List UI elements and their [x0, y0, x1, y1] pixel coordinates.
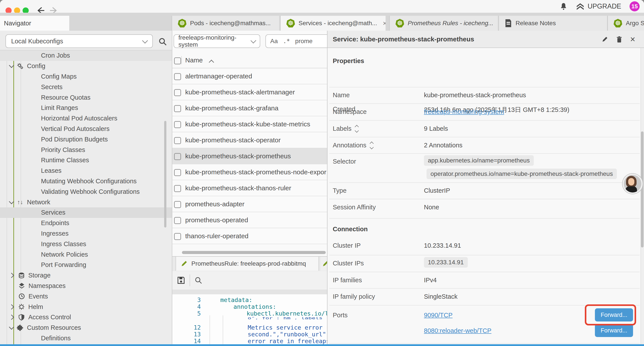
sidebar-item-pod-disruption-budgets[interactable]: Pod Disruption Budgets	[0, 134, 172, 145]
kubeconfig-dropdown[interactable]: Local Kubeconfigs	[6, 34, 153, 48]
table-row[interactable]: kube-prometheus-stack-prometheus-node-ex…	[172, 164, 327, 180]
tab-release-notes[interactable]: Release Notes	[498, 16, 607, 31]
table-row[interactable]: alertmanager-operated	[172, 68, 327, 84]
sidebar-item-vertical-pod-autoscalers[interactable]: Vertical Pod Autoscalers	[0, 124, 172, 134]
horizontal-scrollbar[interactable]	[182, 251, 326, 254]
sidebar-item-mutating-webhook-configurations[interactable]: Mutating Webhook Configurations	[0, 176, 172, 187]
helm-wheel-icon	[18, 303, 25, 311]
editor-tab-row: PrometheusRule: freeleaps-prod-rabbitmq	[172, 257, 327, 272]
code-line: 14 error rate in freeleaps metrics ser	[172, 338, 327, 345]
upgrade-button[interactable]: UPGRADE	[576, 2, 621, 11]
table-row[interactable]: kube-prometheus-stack-grafana	[172, 100, 327, 116]
tab-argo[interactable]: ☸ Argo Se	[608, 16, 644, 31]
sort-ascending-icon[interactable]	[209, 59, 214, 65]
table-row[interactable]: thanos-ruler-operated	[172, 228, 327, 244]
sidebar-item-resource-quotas[interactable]: Resource Quotas	[0, 92, 172, 103]
sidebar-item-ingresses[interactable]: Ingresses	[0, 228, 172, 239]
row-checkbox[interactable]	[174, 137, 181, 144]
bell-icon[interactable]	[560, 2, 568, 10]
sidebar-group-custom-resources[interactable]: Custom Resources	[0, 323, 172, 333]
row-checkbox[interactable]	[174, 201, 181, 208]
sidebar-item-priority-classes[interactable]: Priority Classes	[0, 145, 172, 155]
select-all-checkbox[interactable]	[174, 57, 181, 64]
sidebar-item-ingress-classes[interactable]: Ingress Classes	[0, 239, 172, 249]
table-row[interactable]: prometheus-adapter	[172, 196, 327, 212]
editor-search-icon[interactable]	[194, 276, 202, 284]
namespace-link[interactable]: freeleaps-monitoring-system	[424, 108, 504, 115]
upgrade-label: UPGRADE	[588, 2, 621, 10]
row-checkbox[interactable]	[174, 153, 181, 160]
row-checkbox[interactable]	[174, 169, 181, 176]
port-link-8080[interactable]: 8080:reloader-web/TCP	[424, 327, 492, 335]
list-search-input[interactable]: Aa .* prome	[266, 34, 327, 48]
sidebar-group-network[interactable]: ↑↓ Network	[0, 197, 172, 207]
editor-tab-partial[interactable]	[320, 257, 327, 271]
row-checkbox[interactable]	[174, 185, 181, 192]
delete-icon[interactable]	[616, 36, 623, 43]
edit-icon[interactable]	[601, 36, 608, 43]
sidebar-item-services[interactable]: Services	[0, 207, 172, 218]
column-header-name[interactable]: Name	[185, 56, 203, 64]
yaml-editor[interactable]: 3 metadata: 4 annotations: 5 kubectl.kub…	[172, 294, 327, 346]
sidebar-search-icon[interactable]	[158, 37, 167, 46]
divider	[329, 343, 640, 344]
sidebar-item-namespaces[interactable]: Namespaces	[0, 281, 172, 291]
expand-collapse-icon[interactable]	[370, 142, 373, 149]
row-checkbox[interactable]	[174, 217, 181, 224]
regex-toggle[interactable]: .*	[283, 38, 290, 44]
sidebar-item-port-forwarding[interactable]: Port Forwarding	[0, 260, 172, 270]
divider	[329, 218, 640, 219]
sidebar-item-limit-ranges[interactable]: Limit Ranges	[0, 103, 172, 113]
forward-button-8080[interactable]: Forward...	[595, 324, 633, 337]
sidebar-group-helm[interactable]: Helm	[0, 302, 172, 312]
sidebar-item-horizontal-pod-autoscalers[interactable]: Horizontal Pod Autoscalers	[0, 113, 172, 124]
sidebar-group-storage[interactable]: Storage	[0, 270, 172, 281]
code-line: 5 kubectl.kubernetes.io/last-applied-co	[172, 310, 327, 317]
row-checkbox[interactable]	[174, 89, 181, 96]
namespace-dropdown[interactable]: freeleaps-monitoring-system	[174, 34, 260, 48]
row-checkbox[interactable]	[174, 73, 181, 80]
sidebar-item-validating-webhook-configurations[interactable]: Validating Webhook Configurations	[0, 186, 172, 197]
detail-scrollbar-thumb[interactable]	[641, 131, 644, 248]
connection-heading: Connection	[333, 226, 368, 233]
table-row[interactable]: kube-prometheus-stack-kube-state-metrics	[172, 116, 327, 132]
table-row[interactable]: prometheus-operated	[172, 212, 327, 228]
editor-tab-prometheusrule[interactable]: PrometheusRule: freeleaps-prod-rabbitmq	[176, 257, 319, 271]
sidebar-item-definitions[interactable]: Definitions	[0, 333, 172, 344]
close-panel-icon[interactable]: ×	[630, 34, 635, 44]
sidebar-item-config-maps[interactable]: Config Maps	[0, 71, 172, 82]
sidebar-item-events[interactable]: Events	[0, 291, 172, 302]
sidebar-item-leases[interactable]: Leases	[0, 166, 172, 176]
table-row-selected[interactable]: kube-prometheus-stack-prometheus	[172, 148, 327, 164]
sidebar-item-secrets[interactable]: Secrets	[0, 82, 172, 92]
annotation-highlight-box	[585, 304, 636, 326]
sidebar-scrollbar[interactable]	[164, 121, 166, 228]
chevron-down-icon	[9, 325, 14, 330]
expand-collapse-icon[interactable]	[355, 125, 358, 132]
navigator-sidebar: Local Kubeconfigs Cron Jobs Config Confi…	[0, 31, 172, 346]
save-icon[interactable]	[177, 276, 185, 285]
table-row[interactable]: kube-prometheus-stack-operator	[172, 132, 327, 148]
table-row[interactable]: kube-prometheus-stack-thanos-ruler	[172, 180, 327, 196]
user-avatar[interactable]	[622, 174, 643, 194]
divider	[329, 103, 640, 104]
row-checkbox[interactable]	[174, 105, 181, 112]
table-row[interactable]: kube-prometheus-stack-alertmanager	[172, 84, 327, 100]
notification-badge[interactable]: 15	[630, 1, 640, 11]
tab-services[interactable]: ☸ Services - icecheng@math... ×	[280, 16, 386, 31]
row-checkbox[interactable]	[174, 121, 181, 128]
navigator-panel-tab[interactable]: Navigator	[0, 16, 69, 31]
row-checkbox[interactable]	[174, 233, 181, 240]
match-case-toggle[interactable]: Aa	[270, 38, 278, 45]
tab-pods[interactable]: ☸ Pods - icecheng@mathmas...	[172, 16, 279, 31]
sidebar-item-endpoints[interactable]: Endpoints	[0, 218, 172, 228]
code-line-partial: o", for : hm , labels :{ service :	[172, 317, 327, 320]
port-link-9090[interactable]: 9090/TCP	[424, 312, 453, 319]
sidebar-item-cron-jobs[interactable]: Cron Jobs	[0, 50, 172, 61]
sidebar-item-network-policies[interactable]: Network Policies	[0, 249, 172, 260]
tab-prometheus-rules[interactable]: ☸ Prometheus Rules - icecheng...	[389, 16, 498, 31]
sidebar-group-access-control[interactable]: Access Control	[0, 312, 172, 323]
sidebar-item-runtime-classes[interactable]: Runtime Classes	[0, 155, 172, 166]
sidebar-group-config[interactable]: Config	[0, 61, 172, 71]
close-tab-icon[interactable]: ×	[383, 19, 386, 27]
